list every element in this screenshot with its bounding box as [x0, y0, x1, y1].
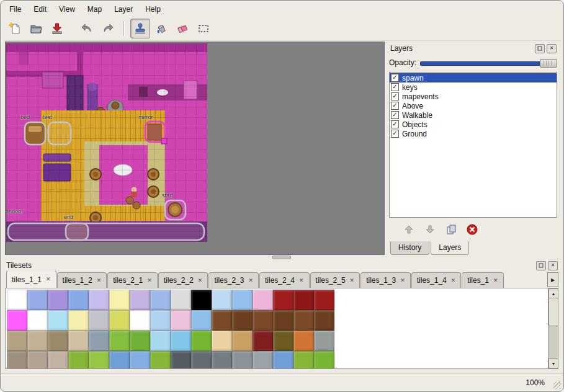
tile[interactable]: [109, 290, 130, 310]
tileset-content[interactable]: ▲ ▼: [5, 288, 558, 369]
layer-row-Objects[interactable]: ✓Objects: [390, 120, 557, 129]
map-canvas[interactable]: bedtestmirrorstartentrandom: [6, 42, 384, 254]
tile[interactable]: [232, 310, 253, 331]
tile[interactable]: [109, 351, 130, 369]
scroll-down-button[interactable]: ▼: [548, 359, 558, 368]
tile[interactable]: [212, 351, 232, 369]
tile[interactable]: [293, 290, 314, 310]
tile[interactable]: [314, 290, 334, 310]
close-tilesets-button[interactable]: ✕: [548, 261, 558, 270]
tile[interactable]: [48, 290, 68, 310]
raise-layer-button[interactable]: [403, 223, 415, 236]
tile[interactable]: [48, 310, 68, 331]
tile[interactable]: [130, 290, 150, 310]
tileset-tab-tiles_2_1[interactable]: tiles_2_1✕: [107, 272, 158, 288]
menu-layer[interactable]: Layer: [108, 3, 139, 16]
tile[interactable]: [212, 331, 232, 351]
layer-row-keys[interactable]: ✓keys: [390, 82, 557, 92]
layer-visibility-checkbox[interactable]: ✓: [391, 74, 399, 82]
tile[interactable]: [130, 331, 150, 351]
tile[interactable]: [232, 290, 253, 310]
tile[interactable]: [273, 351, 293, 369]
close-tab-icon[interactable]: ✕: [451, 278, 456, 283]
resize-grip[interactable]: [553, 381, 562, 390]
tile[interactable]: [150, 331, 171, 351]
tile[interactable]: [191, 351, 212, 369]
tile[interactable]: [212, 310, 232, 331]
tileset-tab-tiles_2_4[interactable]: tiles_2_4✕: [259, 272, 310, 288]
open-button[interactable]: [26, 19, 46, 38]
tileset-tab-tiles_1_4[interactable]: tiles_1_4✕: [411, 272, 462, 288]
layer-visibility-checkbox[interactable]: ✓: [391, 120, 399, 128]
close-tab-icon[interactable]: ✕: [493, 278, 498, 283]
tile[interactable]: [232, 331, 253, 351]
menu-view[interactable]: View: [53, 3, 81, 16]
tile[interactable]: [27, 331, 48, 351]
tile[interactable]: [293, 331, 314, 351]
tile[interactable]: [273, 331, 293, 351]
tile[interactable]: [89, 331, 109, 351]
tile[interactable]: [7, 351, 27, 369]
stamp-brush-button[interactable]: [130, 19, 150, 38]
tile[interactable]: [68, 331, 89, 351]
tile[interactable]: [150, 290, 171, 310]
tile[interactable]: [48, 331, 68, 351]
layer-row-spawn[interactable]: ✓spawn: [390, 73, 557, 82]
tileset-scrollbar[interactable]: ▲ ▼: [548, 288, 558, 368]
tile[interactable]: [171, 331, 191, 351]
layer-visibility-checkbox[interactable]: ✓: [391, 102, 399, 110]
tile[interactable]: [273, 290, 293, 310]
tile[interactable]: [109, 331, 130, 351]
tile[interactable]: [150, 310, 171, 331]
layer-row-Walkable[interactable]: ✓Walkable: [390, 110, 557, 120]
layer-visibility-checkbox[interactable]: ✓: [391, 111, 399, 119]
close-tab-icon[interactable]: ✕: [198, 278, 203, 283]
bucket-fill-button[interactable]: [151, 19, 171, 38]
tileset-tab-tiles_1_1[interactable]: tiles_1_1✕: [6, 271, 56, 288]
tile[interactable]: [253, 351, 273, 369]
tile[interactable]: [109, 310, 130, 331]
tile[interactable]: [89, 351, 109, 369]
tile[interactable]: [293, 310, 314, 331]
tileset-tab-tiles_2_5[interactable]: tiles_2_5✕: [310, 272, 360, 288]
map-view[interactable]: bedtestmirrorstartentrandom: [5, 42, 385, 255]
close-panel-button[interactable]: ✕: [547, 44, 557, 53]
menu-help[interactable]: Help: [139, 3, 167, 16]
scroll-tabs-right-button[interactable]: ▶: [547, 272, 558, 287]
tile[interactable]: [191, 290, 212, 310]
new-map-button[interactable]: [5, 19, 25, 38]
tile[interactable]: [7, 310, 27, 331]
close-tab-icon[interactable]: ✕: [400, 278, 405, 283]
panel-tab-layers[interactable]: Layers: [431, 241, 469, 255]
float-panel-button[interactable]: [535, 44, 545, 53]
scroll-up-button[interactable]: ▲: [548, 288, 558, 298]
scrollbar-thumb[interactable]: [548, 298, 558, 326]
redo-button[interactable]: [98, 19, 118, 38]
tile[interactable]: [314, 331, 334, 351]
tile[interactable]: [150, 351, 171, 369]
close-tab-icon[interactable]: ✕: [350, 278, 355, 283]
layer-row-mapevents[interactable]: ✓mapevents: [390, 92, 557, 101]
tile[interactable]: [68, 290, 89, 310]
tile[interactable]: [171, 290, 191, 310]
eraser-button[interactable]: [172, 19, 192, 38]
tile[interactable]: [68, 351, 89, 369]
opacity-slider-handle[interactable]: [540, 59, 557, 68]
tile[interactable]: [68, 310, 89, 331]
tileset-tab-tiles_1_2[interactable]: tiles_1_2✕: [57, 272, 107, 288]
layer-visibility-checkbox[interactable]: ✓: [391, 83, 399, 91]
tile[interactable]: [27, 351, 48, 369]
tileset-tab-tiles_2_3[interactable]: tiles_2_3✕: [208, 272, 259, 288]
tile[interactable]: [7, 290, 27, 310]
tile[interactable]: [273, 310, 293, 331]
duplicate-layer-button[interactable]: [445, 223, 457, 236]
tile[interactable]: [293, 351, 314, 369]
layer-row-Above[interactable]: ✓Above: [390, 101, 557, 110]
menu-edit[interactable]: Edit: [27, 3, 53, 16]
lower-layer-button[interactable]: [424, 223, 436, 236]
close-tab-icon[interactable]: ✕: [248, 278, 253, 283]
tile[interactable]: [130, 351, 150, 369]
tile[interactable]: [212, 290, 232, 310]
close-tab-icon[interactable]: ✕: [97, 278, 102, 283]
layer-row-Ground[interactable]: ✓Ground: [390, 129, 557, 138]
